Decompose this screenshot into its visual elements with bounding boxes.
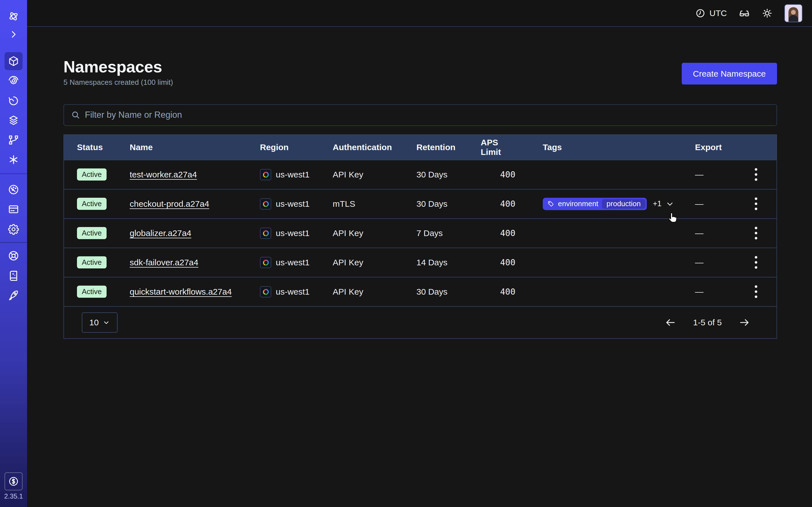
namespace-link[interactable]: sdk-failover.a27a4 bbox=[130, 258, 199, 267]
tags-expand-button[interactable] bbox=[665, 200, 674, 209]
cube-icon bbox=[8, 55, 19, 67]
aps-limit-value: 400 bbox=[500, 170, 515, 179]
col-tags: Tags bbox=[523, 143, 695, 152]
lifebuoy-icon bbox=[8, 250, 19, 262]
sidebar-item-workflows[interactable] bbox=[4, 72, 22, 90]
col-authentication: Authentication bbox=[333, 143, 416, 152]
sidebar-item-schedules[interactable] bbox=[4, 92, 22, 110]
spiral-icon bbox=[8, 75, 19, 87]
table-row: Active test-worker.a27a4 us-west1 API Ke… bbox=[64, 160, 776, 189]
row-actions-menu-button[interactable] bbox=[752, 283, 760, 301]
timezone-selector[interactable]: UTC bbox=[695, 8, 727, 18]
gcp-cloud-icon bbox=[260, 228, 271, 239]
auth-method: API Key bbox=[333, 287, 416, 297]
avatar-portrait bbox=[785, 5, 802, 22]
namespace-link[interactable]: globalizer.a27a4 bbox=[130, 228, 192, 238]
auth-method: mTLS bbox=[333, 199, 416, 209]
sidebar-divider bbox=[0, 173, 27, 174]
temporal-logo[interactable] bbox=[4, 7, 22, 25]
theme-toggle-button[interactable] bbox=[762, 8, 772, 18]
next-page-button[interactable] bbox=[737, 315, 752, 330]
arrow-left-icon bbox=[665, 317, 676, 328]
status-badge: Active bbox=[77, 286, 107, 298]
app-version: 2.35.1 bbox=[0, 492, 27, 500]
retention-value: 30 Days bbox=[416, 287, 481, 297]
row-actions-menu-button[interactable] bbox=[752, 224, 760, 242]
search-icon bbox=[71, 110, 80, 120]
arrow-right-icon bbox=[739, 317, 750, 328]
user-avatar[interactable] bbox=[784, 4, 802, 22]
table-row: Active quickstart-workflows.a27a4 us-wes… bbox=[64, 277, 776, 306]
table-footer: 10 1-5 of 5 bbox=[64, 306, 776, 338]
sidebar-divider bbox=[0, 242, 27, 243]
retention-value: 7 Days bbox=[416, 228, 481, 238]
tag-chip[interactable]: environment production bbox=[543, 198, 647, 210]
col-name: Name bbox=[130, 143, 260, 152]
col-retention: Retention bbox=[416, 143, 481, 152]
col-export: Export bbox=[695, 143, 735, 152]
rocket-icon bbox=[8, 289, 19, 301]
sidebar-item-settings[interactable] bbox=[4, 220, 22, 238]
namespace-link[interactable]: checkout-prod.a27a4 bbox=[130, 199, 209, 209]
sidebar-item-docs[interactable] bbox=[4, 267, 22, 284]
sidebar-item-namespaces[interactable] bbox=[4, 52, 22, 70]
sidebar-item-batch-operations[interactable] bbox=[4, 151, 22, 169]
tag-more-count: +1 bbox=[653, 200, 662, 208]
export-value: — bbox=[695, 199, 735, 209]
sidebar-item-nexus[interactable] bbox=[4, 131, 22, 149]
page-size-select[interactable]: 10 bbox=[82, 313, 117, 333]
namespace-count: 5 Namespaces created (100 limit) bbox=[63, 78, 173, 87]
status-badge: Active bbox=[77, 198, 107, 210]
sidebar-item-support[interactable] bbox=[4, 247, 22, 265]
table-row: Active sdk-failover.a27a4 us-west1 API K… bbox=[64, 247, 776, 277]
sun-icon bbox=[762, 8, 772, 18]
retention-value: 30 Days bbox=[416, 170, 481, 179]
asterisk-icon bbox=[8, 154, 19, 166]
region-label: us-west1 bbox=[276, 287, 310, 297]
dollar-seal-icon bbox=[8, 476, 19, 487]
sidebar-item-usage[interactable] bbox=[4, 180, 22, 199]
gear-icon bbox=[8, 223, 19, 235]
layers-icon bbox=[8, 114, 19, 126]
gcp-cloud-icon bbox=[260, 169, 271, 180]
sidebar: 2.35.1 bbox=[0, 0, 27, 507]
clock-icon bbox=[695, 8, 705, 18]
sidebar-item-getting-started[interactable] bbox=[4, 286, 22, 304]
row-actions-menu-button[interactable] bbox=[752, 253, 760, 272]
col-aps-limit: APS Limit bbox=[481, 138, 523, 157]
tag-icon bbox=[547, 200, 554, 207]
page-size-value: 10 bbox=[89, 318, 99, 327]
namespace-link[interactable]: test-worker.a27a4 bbox=[130, 170, 197, 179]
tag-value: production bbox=[602, 199, 645, 209]
page-title: Namespaces bbox=[63, 58, 173, 76]
timezone-label: UTC bbox=[709, 8, 727, 18]
aps-limit-value: 400 bbox=[500, 228, 515, 238]
plan-badge-button[interactable] bbox=[4, 472, 22, 490]
filter-input[interactable] bbox=[85, 110, 770, 120]
sidebar-item-billing[interactable] bbox=[4, 200, 22, 218]
status-badge: Active bbox=[77, 227, 107, 239]
namespace-link[interactable]: quickstart-workflows.a27a4 bbox=[130, 287, 232, 297]
sidebar-expand-button[interactable] bbox=[4, 25, 22, 43]
retention-value: 30 Days bbox=[416, 199, 481, 209]
auth-method: API Key bbox=[333, 228, 416, 238]
chevron-right-icon bbox=[9, 30, 18, 39]
pagination-range: 1-5 of 5 bbox=[693, 318, 722, 327]
previous-page-button[interactable] bbox=[663, 315, 678, 330]
row-actions-menu-button[interactable] bbox=[752, 165, 760, 184]
labs-toggle-button[interactable] bbox=[739, 8, 750, 19]
region-label: us-west1 bbox=[276, 258, 310, 267]
branch-icon bbox=[8, 134, 19, 146]
auth-method: API Key bbox=[333, 170, 416, 179]
aps-limit-value: 400 bbox=[500, 199, 515, 209]
retention-value: 14 Days bbox=[416, 258, 481, 267]
page-title-block: Namespaces 5 Namespaces created (100 lim… bbox=[63, 58, 173, 87]
gcp-cloud-icon bbox=[260, 257, 271, 268]
row-actions-menu-button[interactable] bbox=[752, 194, 760, 213]
status-badge: Active bbox=[77, 256, 107, 269]
filter-bar[interactable] bbox=[63, 104, 777, 126]
create-namespace-button[interactable]: Create Namespace bbox=[682, 63, 777, 84]
browser-card-icon bbox=[8, 203, 19, 215]
sidebar-item-deployments[interactable] bbox=[4, 111, 22, 129]
table-row: Active checkout-prod.a27a4 us-west1 mTLS bbox=[64, 189, 776, 218]
